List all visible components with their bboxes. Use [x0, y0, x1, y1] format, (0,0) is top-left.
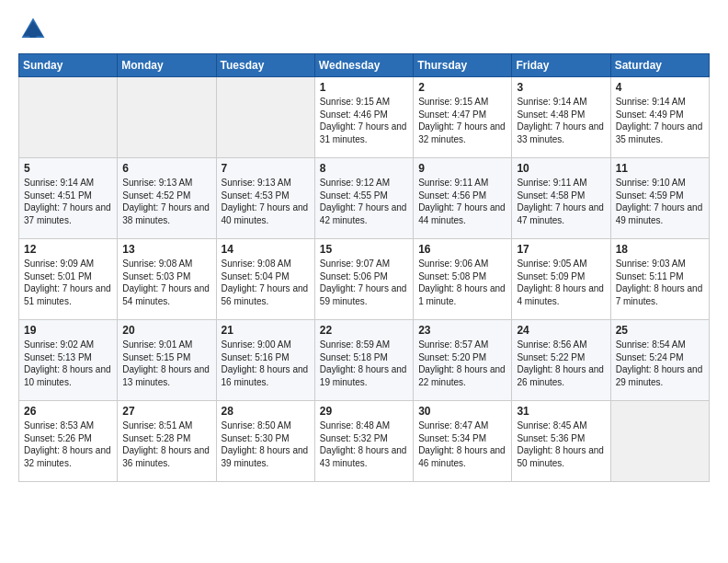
- day-number: 2: [418, 81, 506, 94]
- day-number: 15: [320, 243, 408, 256]
- cell-content: Sunrise: 9:13 AM Sunset: 4:52 PM Dayligh…: [122, 177, 210, 226]
- calendar-cell: 2Sunrise: 9:15 AM Sunset: 4:47 PM Daylig…: [414, 77, 512, 158]
- calendar-cell: 15Sunrise: 9:07 AM Sunset: 5:06 PM Dayli…: [314, 239, 413, 320]
- page: SundayMondayTuesdayWednesdayThursdayFrid…: [0, 0, 728, 563]
- calendar-cell: 21Sunrise: 9:00 AM Sunset: 5:16 PM Dayli…: [216, 320, 314, 401]
- day-number: 6: [122, 162, 210, 175]
- calendar-cell: 26Sunrise: 8:53 AM Sunset: 5:26 PM Dayli…: [19, 401, 118, 482]
- cell-content: Sunrise: 9:15 AM Sunset: 4:47 PM Dayligh…: [418, 96, 506, 145]
- day-number: 3: [517, 81, 605, 94]
- day-number: 4: [616, 81, 704, 94]
- calendar-cell: 5Sunrise: 9:14 AM Sunset: 4:51 PM Daylig…: [19, 158, 118, 239]
- cell-content: Sunrise: 8:50 AM Sunset: 5:30 PM Dayligh…: [222, 419, 310, 469]
- calendar-cell: 25Sunrise: 8:54 AM Sunset: 5:24 PM Dayli…: [610, 320, 709, 401]
- calendar-cell: 17Sunrise: 9:05 AM Sunset: 5:09 PM Dayli…: [512, 239, 610, 320]
- day-number: 13: [122, 243, 210, 256]
- calendar-cell: 7Sunrise: 9:13 AM Sunset: 4:53 PM Daylig…: [216, 158, 314, 239]
- cell-content: Sunrise: 8:51 AM Sunset: 5:28 PM Dayligh…: [122, 419, 210, 469]
- day-number: 27: [122, 405, 210, 418]
- cell-content: Sunrise: 9:03 AM Sunset: 5:11 PM Dayligh…: [616, 258, 704, 307]
- day-number: 8: [320, 162, 408, 175]
- day-number: 10: [517, 162, 605, 175]
- cell-content: Sunrise: 9:05 AM Sunset: 5:09 PM Dayligh…: [517, 258, 605, 307]
- cell-content: Sunrise: 8:54 AM Sunset: 5:24 PM Dayligh…: [616, 339, 704, 388]
- cell-content: Sunrise: 9:09 AM Sunset: 5:01 PM Dayligh…: [24, 258, 112, 307]
- calendar-cell: 20Sunrise: 9:01 AM Sunset: 5:15 PM Dayli…: [118, 320, 216, 401]
- calendar-cell: [118, 77, 216, 158]
- calendar-cell: [610, 401, 709, 482]
- calendar-cell: [19, 77, 118, 158]
- day-number: 9: [418, 162, 506, 175]
- logo: [18, 15, 51, 44]
- calendar-cell: 8Sunrise: 9:12 AM Sunset: 4:55 PM Daylig…: [314, 158, 413, 239]
- cell-content: Sunrise: 9:00 AM Sunset: 5:16 PM Dayligh…: [222, 339, 310, 388]
- calendar-cell: 1Sunrise: 9:15 AM Sunset: 4:46 PM Daylig…: [314, 77, 413, 158]
- calendar-cell: 10Sunrise: 9:11 AM Sunset: 4:58 PM Dayli…: [512, 158, 610, 239]
- day-number: 5: [24, 162, 112, 175]
- weekday-sunday: Sunday: [19, 54, 118, 77]
- day-number: 26: [24, 405, 112, 418]
- calendar-cell: 28Sunrise: 8:50 AM Sunset: 5:30 PM Dayli…: [216, 401, 314, 482]
- calendar-week-2: 12Sunrise: 9:09 AM Sunset: 5:01 PM Dayli…: [19, 239, 710, 320]
- calendar-week-4: 26Sunrise: 8:53 AM Sunset: 5:26 PM Dayli…: [19, 401, 710, 482]
- cell-content: Sunrise: 8:56 AM Sunset: 5:22 PM Dayligh…: [517, 339, 605, 388]
- day-number: 30: [418, 405, 506, 418]
- cell-content: Sunrise: 8:48 AM Sunset: 5:32 PM Dayligh…: [320, 419, 408, 469]
- cell-content: Sunrise: 8:47 AM Sunset: 5:34 PM Dayligh…: [418, 419, 506, 469]
- calendar-cell: 11Sunrise: 9:10 AM Sunset: 4:59 PM Dayli…: [610, 158, 709, 239]
- header: [18, 15, 710, 44]
- day-number: 28: [222, 405, 310, 418]
- day-number: 19: [24, 324, 112, 337]
- cell-content: Sunrise: 9:11 AM Sunset: 4:58 PM Dayligh…: [517, 177, 605, 226]
- weekday-monday: Monday: [118, 54, 216, 77]
- day-number: 23: [418, 324, 506, 337]
- weekday-wednesday: Wednesday: [314, 54, 413, 77]
- day-number: 16: [418, 243, 506, 256]
- calendar-week-0: 1Sunrise: 9:15 AM Sunset: 4:46 PM Daylig…: [19, 77, 710, 158]
- calendar-body: 1Sunrise: 9:15 AM Sunset: 4:46 PM Daylig…: [19, 77, 710, 482]
- calendar-cell: 6Sunrise: 9:13 AM Sunset: 4:52 PM Daylig…: [118, 158, 216, 239]
- calendar-cell: 31Sunrise: 8:45 AM Sunset: 5:36 PM Dayli…: [512, 401, 610, 482]
- cell-content: Sunrise: 9:12 AM Sunset: 4:55 PM Dayligh…: [320, 177, 408, 226]
- calendar-cell: 14Sunrise: 9:08 AM Sunset: 5:04 PM Dayli…: [216, 239, 314, 320]
- calendar-cell: 22Sunrise: 8:59 AM Sunset: 5:18 PM Dayli…: [314, 320, 413, 401]
- cell-content: Sunrise: 8:57 AM Sunset: 5:20 PM Dayligh…: [418, 339, 506, 388]
- calendar-cell: 16Sunrise: 9:06 AM Sunset: 5:08 PM Dayli…: [414, 239, 512, 320]
- calendar-cell: 24Sunrise: 8:56 AM Sunset: 5:22 PM Dayli…: [512, 320, 610, 401]
- day-number: 20: [122, 324, 210, 337]
- day-number: 22: [320, 324, 408, 337]
- cell-content: Sunrise: 8:59 AM Sunset: 5:18 PM Dayligh…: [320, 339, 408, 388]
- weekday-tuesday: Tuesday: [216, 54, 314, 77]
- calendar-cell: 3Sunrise: 9:14 AM Sunset: 4:48 PM Daylig…: [512, 77, 610, 158]
- weekday-friday: Friday: [512, 54, 610, 77]
- calendar-cell: 30Sunrise: 8:47 AM Sunset: 5:34 PM Dayli…: [414, 401, 512, 482]
- day-number: 14: [222, 243, 310, 256]
- cell-content: Sunrise: 9:15 AM Sunset: 4:46 PM Dayligh…: [320, 96, 408, 145]
- day-number: 11: [616, 162, 704, 175]
- weekday-header: SundayMondayTuesdayWednesdayThursdayFrid…: [19, 54, 710, 77]
- cell-content: Sunrise: 9:13 AM Sunset: 4:53 PM Dayligh…: [222, 177, 310, 226]
- svg-rect-2: [29, 31, 36, 38]
- cell-content: Sunrise: 9:14 AM Sunset: 4:48 PM Dayligh…: [517, 96, 605, 145]
- calendar-cell: 13Sunrise: 9:08 AM Sunset: 5:03 PM Dayli…: [118, 239, 216, 320]
- weekday-thursday: Thursday: [414, 54, 512, 77]
- calendar-week-1: 5Sunrise: 9:14 AM Sunset: 4:51 PM Daylig…: [19, 158, 710, 239]
- day-number: 17: [517, 243, 605, 256]
- cell-content: Sunrise: 9:02 AM Sunset: 5:13 PM Dayligh…: [24, 339, 112, 388]
- cell-content: Sunrise: 8:45 AM Sunset: 5:36 PM Dayligh…: [517, 419, 605, 469]
- day-number: 7: [222, 162, 310, 175]
- day-number: 31: [517, 405, 605, 418]
- calendar-cell: 27Sunrise: 8:51 AM Sunset: 5:28 PM Dayli…: [118, 401, 216, 482]
- calendar-cell: 29Sunrise: 8:48 AM Sunset: 5:32 PM Dayli…: [314, 401, 413, 482]
- weekday-saturday: Saturday: [610, 54, 709, 77]
- cell-content: Sunrise: 9:14 AM Sunset: 4:51 PM Dayligh…: [24, 177, 112, 226]
- day-number: 25: [616, 324, 704, 337]
- calendar-cell: 18Sunrise: 9:03 AM Sunset: 5:11 PM Dayli…: [610, 239, 709, 320]
- day-number: 1: [320, 81, 408, 94]
- cell-content: Sunrise: 8:53 AM Sunset: 5:26 PM Dayligh…: [24, 419, 112, 469]
- calendar-cell: [216, 77, 314, 158]
- calendar-cell: 23Sunrise: 8:57 AM Sunset: 5:20 PM Dayli…: [414, 320, 512, 401]
- cell-content: Sunrise: 9:07 AM Sunset: 5:06 PM Dayligh…: [320, 258, 408, 307]
- cell-content: Sunrise: 9:01 AM Sunset: 5:15 PM Dayligh…: [122, 339, 210, 388]
- cell-content: Sunrise: 9:08 AM Sunset: 5:04 PM Dayligh…: [222, 258, 310, 307]
